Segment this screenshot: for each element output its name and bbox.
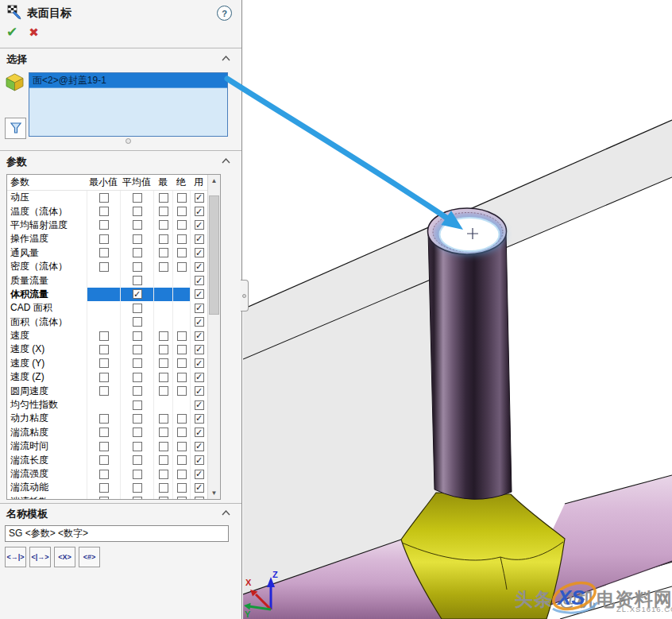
avg-checkbox[interactable] bbox=[133, 304, 142, 313]
min-checkbox[interactable] bbox=[99, 442, 109, 451]
param-row[interactable]: CAD 面积✓ bbox=[7, 301, 207, 315]
use-checkbox[interactable]: ✓ bbox=[195, 386, 204, 396]
param-row[interactable]: 体积流量✓✓ bbox=[7, 288, 207, 301]
min-checkbox[interactable] bbox=[99, 234, 109, 244]
abs-checkbox[interactable] bbox=[177, 414, 187, 424]
param-row[interactable]: 湍流粘度✓ bbox=[7, 426, 207, 439]
max-checkbox[interactable] bbox=[159, 373, 168, 382]
param-row[interactable]: 温度（流体）✓ bbox=[7, 204, 207, 218]
help-icon[interactable]: ? bbox=[217, 6, 232, 21]
param-row[interactable]: 操作温度✓ bbox=[7, 232, 207, 246]
max-checkbox[interactable] bbox=[159, 220, 168, 230]
avg-checkbox[interactable] bbox=[133, 234, 142, 244]
avg-checkbox[interactable] bbox=[133, 207, 142, 216]
max-checkbox[interactable] bbox=[159, 345, 168, 354]
use-checkbox[interactable]: ✓ bbox=[195, 414, 204, 424]
avg-checkbox[interactable] bbox=[133, 427, 142, 437]
avg-checkbox[interactable] bbox=[133, 220, 142, 230]
param-row[interactable]: 湍流时间✓ bbox=[7, 439, 207, 453]
max-checkbox[interactable] bbox=[159, 483, 168, 493]
abs-checkbox[interactable] bbox=[177, 427, 187, 437]
param-row[interactable]: 密度（流体）✓ bbox=[7, 260, 207, 273]
param-row[interactable]: 速度 (X)✓ bbox=[7, 342, 207, 356]
abs-checkbox[interactable] bbox=[177, 386, 187, 396]
param-row[interactable]: 动力粘度✓ bbox=[7, 412, 207, 425]
min-checkbox[interactable] bbox=[99, 248, 109, 257]
max-checkbox[interactable] bbox=[159, 442, 168, 451]
use-checkbox[interactable]: ✓ bbox=[195, 276, 204, 285]
use-checkbox[interactable]: ✓ bbox=[195, 497, 204, 500]
use-checkbox[interactable]: ✓ bbox=[195, 455, 204, 465]
use-checkbox[interactable]: ✓ bbox=[195, 358, 204, 368]
use-checkbox[interactable]: ✓ bbox=[195, 345, 204, 354]
cylinder-branch[interactable] bbox=[428, 208, 512, 499]
param-row[interactable]: 湍流强度✓ bbox=[7, 467, 207, 481]
min-checkbox[interactable] bbox=[99, 497, 109, 500]
insert-number-button[interactable]: <#> bbox=[79, 547, 100, 567]
use-checkbox[interactable]: ✓ bbox=[195, 442, 204, 451]
use-checkbox[interactable]: ✓ bbox=[195, 220, 204, 230]
max-checkbox[interactable] bbox=[159, 358, 168, 368]
abs-checkbox[interactable] bbox=[177, 331, 187, 341]
use-checkbox[interactable]: ✓ bbox=[195, 331, 204, 341]
param-row[interactable]: 平均辐射温度✓ bbox=[7, 219, 207, 232]
parameter-table[interactable]: 参数 最小值 平均值 最 绝 用 动压✓温度（流体）✓平均辐射温度✓操作温度✓通… bbox=[6, 174, 221, 500]
scroll-down-arrow-icon[interactable]: ▼ bbox=[208, 487, 220, 499]
min-checkbox[interactable] bbox=[99, 220, 109, 230]
use-checkbox[interactable]: ✓ bbox=[195, 317, 204, 327]
listbox-resize-grip[interactable] bbox=[126, 138, 131, 144]
max-checkbox[interactable] bbox=[159, 497, 168, 500]
avg-checkbox[interactable] bbox=[133, 483, 142, 493]
use-checkbox[interactable]: ✓ bbox=[195, 248, 204, 257]
use-checkbox[interactable]: ✓ bbox=[195, 427, 204, 437]
param-row[interactable]: 湍流长度✓ bbox=[7, 453, 207, 466]
max-checkbox[interactable] bbox=[159, 234, 168, 244]
cancel-button[interactable]: ✖ bbox=[29, 25, 39, 41]
panel-splitter-handle[interactable] bbox=[241, 280, 249, 311]
max-checkbox[interactable] bbox=[159, 248, 168, 257]
use-checkbox[interactable]: ✓ bbox=[195, 400, 204, 410]
param-row[interactable]: 质量流量✓ bbox=[7, 273, 207, 287]
table-scrollbar[interactable]: ▲ ▼ bbox=[207, 175, 220, 499]
max-checkbox[interactable] bbox=[159, 427, 168, 437]
avg-checkbox[interactable] bbox=[133, 317, 142, 327]
param-row[interactable]: 动压✓ bbox=[7, 191, 207, 204]
abs-checkbox[interactable] bbox=[177, 442, 187, 451]
min-checkbox[interactable] bbox=[99, 262, 109, 272]
max-checkbox[interactable] bbox=[159, 470, 168, 479]
avg-checkbox[interactable] bbox=[133, 373, 142, 382]
max-checkbox[interactable] bbox=[159, 331, 168, 341]
avg-checkbox[interactable] bbox=[133, 455, 142, 465]
abs-checkbox[interactable] bbox=[177, 483, 187, 493]
selected-face[interactable] bbox=[440, 218, 500, 251]
min-checkbox[interactable] bbox=[99, 470, 109, 479]
max-checkbox[interactable] bbox=[159, 414, 168, 424]
use-checkbox[interactable]: ✓ bbox=[195, 373, 204, 382]
min-checkbox[interactable] bbox=[99, 414, 109, 424]
insert-x-button[interactable]: <X> bbox=[54, 547, 75, 567]
ok-button[interactable]: ✔ bbox=[6, 25, 17, 41]
abs-checkbox[interactable] bbox=[177, 470, 187, 479]
avg-checkbox[interactable] bbox=[133, 386, 142, 396]
use-checkbox[interactable]: ✓ bbox=[195, 483, 204, 493]
max-checkbox[interactable] bbox=[159, 262, 168, 272]
min-checkbox[interactable] bbox=[99, 427, 109, 437]
scroll-up-arrow-icon[interactable]: ▲ bbox=[208, 175, 220, 187]
param-row[interactable]: 通风量✓ bbox=[7, 246, 207, 260]
abs-checkbox[interactable] bbox=[177, 262, 187, 272]
avg-checkbox[interactable] bbox=[133, 358, 142, 368]
min-checkbox[interactable] bbox=[99, 345, 109, 354]
use-checkbox[interactable]: ✓ bbox=[195, 193, 204, 203]
max-checkbox[interactable] bbox=[159, 207, 168, 216]
abs-checkbox[interactable] bbox=[177, 234, 187, 244]
abs-checkbox[interactable] bbox=[177, 373, 187, 382]
avg-checkbox[interactable] bbox=[133, 400, 142, 410]
min-checkbox[interactable] bbox=[99, 358, 109, 368]
param-row[interactable]: 圆周速度✓ bbox=[7, 384, 207, 397]
selection-item[interactable]: 面<2>@封盖19-1 bbox=[29, 73, 227, 88]
param-row[interactable]: 湍流耗散✓ bbox=[7, 495, 207, 500]
avg-checkbox[interactable] bbox=[133, 345, 142, 354]
min-checkbox[interactable] bbox=[99, 455, 109, 465]
min-checkbox[interactable] bbox=[99, 207, 109, 216]
avg-checkbox[interactable] bbox=[133, 262, 142, 272]
